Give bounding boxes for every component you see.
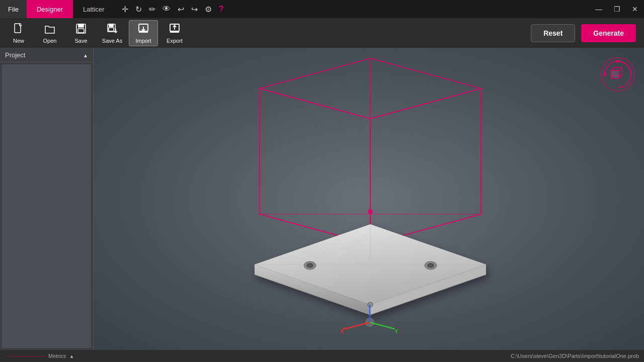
latticer-tab[interactable]: Latticer (73, 0, 115, 18)
reset-button[interactable]: Reset (531, 24, 575, 42)
save-button[interactable]: Save (66, 20, 96, 46)
file-menu[interactable]: File (0, 0, 27, 18)
metrics-collapse-icon[interactable] (69, 353, 74, 359)
titlebar: File Designer Latticer ✛ ↻ ✏ 👁 ↩ ↪ ⚙ ? —… (0, 0, 644, 18)
scene-viewport: X Y (94, 48, 644, 350)
svg-line-42 (345, 322, 370, 329)
main-area: Project (0, 48, 644, 350)
svg-rect-3 (78, 29, 84, 33)
viewport[interactable]: X Y (94, 48, 644, 350)
eye-icon[interactable]: 👁 (160, 4, 173, 15)
new-label: New (13, 38, 24, 44)
open-icon (44, 23, 56, 37)
svg-point-39 (427, 263, 434, 268)
help-icon[interactable]: ? (217, 4, 226, 15)
export-label: Export (167, 38, 183, 44)
save-label: Save (74, 38, 87, 44)
toolbar: New Open Save Save As (0, 18, 644, 48)
new-icon (13, 23, 25, 37)
svg-marker-19 (260, 88, 370, 244)
collapse-icon[interactable] (83, 51, 88, 59)
settings-icon[interactable]: ⚙ (203, 4, 214, 15)
close-button[interactable]: ✕ (626, 0, 644, 18)
statusbar: Metrics C:\Users\steve\Gen3D\Parts\Impor… (0, 350, 644, 362)
svg-text:Y: Y (394, 328, 398, 334)
svg-rect-6 (109, 28, 114, 31)
new-button[interactable]: New (4, 20, 33, 46)
refresh-icon[interactable]: ↻ (133, 4, 144, 15)
saveas-label: Save As (102, 38, 122, 44)
left-panel: Project (0, 48, 94, 350)
file-path: C:\Users\steve\Gen3D\Parts\Import\tutori… (511, 353, 639, 359)
export-icon (169, 23, 181, 37)
designer-tab[interactable]: Designer (27, 0, 73, 18)
undo-icon[interactable]: ↩ (176, 4, 186, 15)
svg-marker-20 (370, 88, 481, 244)
minimize-button[interactable]: — (590, 0, 608, 18)
save-icon (75, 23, 87, 37)
metrics-label: Metrics (48, 353, 66, 359)
open-label: Open (43, 38, 57, 44)
move-icon[interactable]: ✛ (120, 4, 130, 15)
maximize-button[interactable]: ❐ (608, 0, 626, 18)
svg-rect-5 (109, 24, 113, 27)
redo-icon[interactable]: ↪ (189, 4, 200, 15)
import-button[interactable]: Import (129, 20, 158, 46)
saveas-icon (106, 23, 118, 37)
svg-line-45 (370, 322, 394, 329)
pencil-icon[interactable]: ✏ (147, 4, 157, 15)
metrics-divider (5, 356, 45, 356)
project-header: Project (0, 48, 93, 62)
project-label: Project (5, 51, 25, 59)
import-label: Import (135, 38, 151, 44)
svg-rect-2 (78, 24, 84, 27)
generate-button[interactable]: Generate (581, 24, 636, 42)
import-icon (137, 23, 149, 37)
export-button[interactable]: Export (160, 20, 189, 46)
project-canvas (2, 64, 91, 348)
metrics-section: Metrics (5, 353, 74, 359)
svg-point-37 (306, 263, 313, 268)
open-button[interactable]: Open (35, 20, 64, 46)
svg-text:X: X (340, 328, 344, 334)
saveas-button[interactable]: Save As (98, 20, 127, 46)
